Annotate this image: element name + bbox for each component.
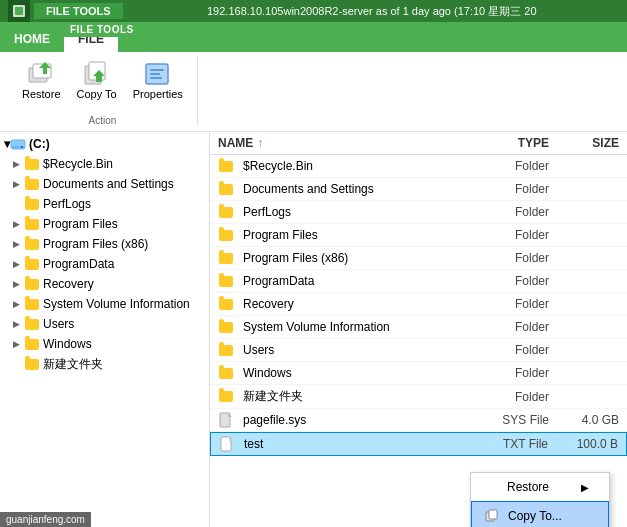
drive-label: (C:) <box>29 137 50 151</box>
file-row[interactable]: Documents and Settings Folder <box>210 178 627 201</box>
file-icon <box>218 412 234 428</box>
col-name-header[interactable]: NAME ↑ <box>218 136 469 150</box>
file-name: ProgramData <box>218 273 469 289</box>
folder-icon <box>218 181 234 197</box>
svg-rect-20 <box>489 510 497 519</box>
file-row[interactable]: ProgramData Folder <box>210 270 627 293</box>
sidebar-item-label: Program Files (x86) <box>43 237 148 251</box>
folder-icon <box>24 216 40 232</box>
sidebar-item-perflogs[interactable]: PerfLogs <box>8 194 209 214</box>
restore-button[interactable]: Restore <box>16 56 67 104</box>
sidebar-item-recycle[interactable]: ▶ $Recycle.Bin <box>8 154 209 174</box>
expand-icon: ▶ <box>8 156 24 172</box>
ribbon-group-label: Action <box>89 115 117 126</box>
sidebar-item-docsettings[interactable]: ▶ Documents and Settings <box>8 174 209 194</box>
sidebar-item-label: PerfLogs <box>43 197 91 211</box>
svg-rect-11 <box>150 77 162 79</box>
folder-icon <box>24 336 40 352</box>
title-bar: FILE TOOLS 192.168.10.105win2008R2-serve… <box>0 0 627 22</box>
file-row[interactable]: PerfLogs Folder <box>210 201 627 224</box>
folder-icon <box>24 256 40 272</box>
folder-icon <box>24 196 40 212</box>
sidebar-item-label: Windows <box>43 337 92 351</box>
expand-icon: ▶ <box>8 316 24 332</box>
svg-rect-1 <box>15 7 23 15</box>
folder-icon <box>24 316 40 332</box>
folder-icon <box>24 276 40 292</box>
file-row[interactable]: Recovery Folder <box>210 293 627 316</box>
col-type-header[interactable]: TYPE <box>469 136 549 150</box>
sidebar-item-label: Recovery <box>43 277 94 291</box>
sidebar-item-label: ProgramData <box>43 257 114 271</box>
sidebar-item-windows[interactable]: ▶ Windows <box>8 334 209 354</box>
folder-icon <box>24 176 40 192</box>
sidebar-item-programdata[interactable]: ▶ ProgramData <box>8 254 209 274</box>
folder-icon <box>218 342 234 358</box>
folder-icon <box>218 158 234 174</box>
file-name: Windows <box>218 365 469 381</box>
ribbon-action-group: Restore Copy To <box>8 56 198 126</box>
file-name: Program Files <box>218 227 469 243</box>
svg-rect-10 <box>150 73 160 75</box>
watermark: guanjianfeng.com <box>0 512 91 527</box>
folder-icon <box>218 296 234 312</box>
properties-icon <box>142 60 174 88</box>
expand-icon: ▶ <box>8 276 24 292</box>
folder-icon <box>218 227 234 243</box>
file-row[interactable]: System Volume Information Folder <box>210 316 627 339</box>
file-list-header: NAME ↑ TYPE SIZE <box>210 132 627 155</box>
properties-button[interactable]: Properties <box>127 56 189 104</box>
tree-root-c[interactable]: ▾ (C:) <box>0 134 209 154</box>
file-name: Program Files (x86) <box>218 250 469 266</box>
copy-to-button[interactable]: Copy To <box>71 56 123 104</box>
file-tools-tab: FILE TOOLS <box>34 3 123 19</box>
drive-icon <box>10 136 26 152</box>
folder-icon <box>218 365 234 381</box>
sidebar-item-users[interactable]: ▶ Users <box>8 314 209 334</box>
sidebar-item-sysvolinfo[interactable]: ▶ System Volume Information <box>8 294 209 314</box>
file-row-selected[interactable]: test TXT File 100.0 B <box>210 432 627 456</box>
file-row[interactable]: $Recycle.Bin Folder <box>210 155 627 178</box>
context-menu: Restore ▶ Copy To... Explorer <box>470 472 610 527</box>
file-name: Documents and Settings <box>218 181 469 197</box>
expand-icon: ▶ <box>8 236 24 252</box>
sidebar-item-label: $Recycle.Bin <box>43 157 113 171</box>
sidebar-item-programfiles[interactable]: ▶ Program Files <box>8 214 209 234</box>
main-layout: ▾ (C:) ▶ $Recycle.Bin ▶ Documents and Se… <box>0 132 627 527</box>
file-name: 新建文件夹 <box>218 388 469 405</box>
tab-home[interactable]: HOME <box>0 26 64 52</box>
col-size-header[interactable]: SIZE <box>549 136 619 150</box>
tree-children: ▶ $Recycle.Bin ▶ Documents and Settings … <box>0 154 209 375</box>
restore-icon <box>25 60 57 88</box>
sidebar-item-recovery[interactable]: ▶ Recovery <box>8 274 209 294</box>
file-name: System Volume Information <box>218 319 469 335</box>
folder-icon <box>24 156 40 172</box>
file-row[interactable]: Users Folder <box>210 339 627 362</box>
copy-to-label: Copy To <box>77 88 117 100</box>
file-name: Users <box>218 342 469 358</box>
file-row[interactable]: Program Files (x86) Folder <box>210 247 627 270</box>
file-name: Recovery <box>218 296 469 312</box>
sidebar-item-label: System Volume Information <box>43 297 190 311</box>
sidebar-item-label: 新建文件夹 <box>43 356 103 373</box>
expand-icon <box>8 357 24 373</box>
sidebar: ▾ (C:) ▶ $Recycle.Bin ▶ Documents and Se… <box>0 132 210 527</box>
file-row[interactable]: Program Files Folder <box>210 224 627 247</box>
file-row[interactable]: Windows Folder <box>210 362 627 385</box>
expand-icon: ▶ <box>8 176 24 192</box>
submenu-arrow-icon: ▶ <box>581 482 589 493</box>
sidebar-item-newdir[interactable]: 新建文件夹 <box>8 354 209 375</box>
file-icon <box>219 436 235 452</box>
context-menu-copy-to[interactable]: Copy To... <box>471 501 609 527</box>
file-row[interactable]: 新建文件夹 Folder <box>210 385 627 409</box>
context-menu-restore[interactable]: Restore ▶ <box>471 473 609 501</box>
file-row[interactable]: pagefile.sys SYS File 4.0 GB <box>210 409 627 432</box>
file-tools-label: FILE TOOLS <box>60 22 144 37</box>
file-name: test <box>219 436 468 452</box>
server-title: 192.168.10.105win2008R2-server as of 1 d… <box>125 4 619 19</box>
sidebar-item-programfilesx86[interactable]: ▶ Program Files (x86) <box>8 234 209 254</box>
svg-point-14 <box>21 146 23 148</box>
app-icon <box>8 0 30 22</box>
ribbon-content: Restore Copy To <box>0 52 627 132</box>
sidebar-item-label: Documents and Settings <box>43 177 174 191</box>
